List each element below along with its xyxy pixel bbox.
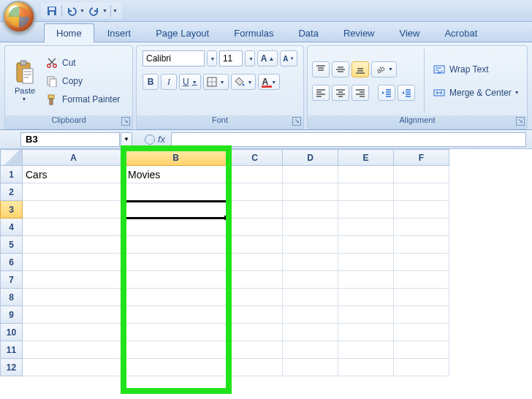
row-header-11[interactable]: 11 (1, 341, 23, 359)
cell-A4[interactable] (23, 218, 125, 236)
tab-view[interactable]: View (388, 24, 432, 42)
row-header-9[interactable]: 9 (1, 306, 23, 324)
cell-C7[interactable] (227, 271, 283, 289)
row-header-5[interactable]: 5 (1, 236, 23, 254)
cell-A7[interactable] (23, 271, 125, 289)
row-header-2[interactable]: 2 (1, 183, 23, 201)
tab-home[interactable]: Home (44, 23, 94, 42)
cell-F8[interactable] (394, 289, 449, 306)
cell-D6[interactable] (283, 254, 338, 271)
cell-E3[interactable] (338, 201, 394, 218)
name-box[interactable]: B3 ▼ (20, 132, 120, 147)
cell-B5[interactable] (125, 236, 227, 254)
increase-indent-button[interactable] (398, 85, 415, 101)
cell-B10[interactable] (125, 324, 227, 341)
tab-acrobat[interactable]: Acrobat (433, 24, 489, 42)
cut-button[interactable]: Cut (45, 55, 121, 71)
cell-D10[interactable] (283, 324, 338, 341)
cell-D4[interactable] (283, 218, 338, 236)
cell-C9[interactable] (227, 306, 283, 324)
name-box-dropdown-icon[interactable]: ▼ (121, 132, 132, 147)
paste-dropdown-icon[interactable]: ▼ (22, 96, 27, 102)
cell-B12[interactable] (125, 359, 227, 376)
font-color-button[interactable]: A ▼ (258, 74, 280, 90)
cell-A12[interactable] (23, 359, 125, 376)
row-header-3[interactable]: 3 (1, 201, 23, 218)
clipboard-launcher-icon[interactable]: ↘ (121, 117, 130, 126)
row-header-7[interactable]: 7 (1, 271, 23, 289)
insert-function-button[interactable]: fx (158, 134, 165, 145)
alignment-launcher-icon[interactable]: ↘ (516, 117, 525, 126)
column-header-B[interactable]: B (125, 150, 227, 166)
cell-D9[interactable] (283, 306, 338, 324)
cell-D1[interactable] (283, 166, 338, 183)
cell-E1[interactable] (338, 166, 394, 183)
shrink-font-button[interactable]: A▼ (280, 50, 297, 66)
cell-C4[interactable] (227, 218, 283, 236)
save-icon[interactable] (45, 4, 58, 18)
font-size-dropdown-icon[interactable]: ▼ (245, 50, 255, 66)
cell-F7[interactable] (394, 271, 449, 289)
column-header-A[interactable]: A (23, 150, 125, 166)
column-header-D[interactable]: D (283, 150, 338, 166)
align-center-button[interactable] (332, 85, 349, 101)
cell-F4[interactable] (394, 218, 449, 236)
font-name-select[interactable]: Calibri (142, 50, 205, 66)
column-header-F[interactable]: F (394, 150, 449, 166)
italic-button[interactable]: I (161, 74, 177, 90)
cell-E8[interactable] (338, 289, 394, 306)
borders-button[interactable]: ▼ (203, 74, 229, 90)
cell-A6[interactable] (23, 254, 125, 271)
cell-B8[interactable] (125, 289, 227, 306)
format-painter-button[interactable]: Format Painter (45, 91, 121, 107)
align-left-button[interactable] (312, 85, 330, 101)
cell-C8[interactable] (227, 289, 283, 306)
cell-D11[interactable] (283, 341, 338, 359)
bold-button[interactable]: B (142, 74, 159, 90)
align-bottom-button[interactable] (352, 61, 369, 77)
cell-F5[interactable] (394, 236, 449, 254)
cell-B4[interactable] (125, 218, 227, 236)
font-name-dropdown-icon[interactable]: ▼ (207, 50, 217, 66)
cell-D7[interactable] (283, 271, 338, 289)
cell-D3[interactable] (283, 201, 338, 218)
row-header-8[interactable]: 8 (1, 289, 23, 306)
underline-button[interactable]: U▼ (179, 74, 201, 90)
copy-button[interactable]: Copy (45, 73, 121, 89)
cell-A2[interactable] (23, 183, 125, 201)
cell-A8[interactable] (23, 289, 125, 306)
cell-A5[interactable] (23, 236, 125, 254)
cell-E2[interactable] (338, 183, 394, 201)
align-middle-button[interactable] (332, 61, 349, 77)
redo-dropdown-icon[interactable]: ▼ (102, 8, 107, 13)
cell-E11[interactable] (338, 341, 394, 359)
decrease-indent-button[interactable] (378, 85, 395, 101)
column-header-C[interactable]: C (227, 150, 283, 166)
cell-E10[interactable] (338, 324, 394, 341)
cell-E4[interactable] (338, 218, 394, 236)
row-header-1[interactable]: 1 (1, 166, 23, 183)
cell-F9[interactable] (394, 306, 449, 324)
font-size-select[interactable]: 11 (219, 50, 243, 66)
cell-B2[interactable] (125, 183, 227, 201)
row-header-6[interactable]: 6 (1, 254, 23, 271)
grow-font-button[interactable]: A▲ (257, 50, 277, 66)
merge-dropdown-icon[interactable]: ▼ (514, 90, 520, 95)
fill-color-button[interactable]: ▼ (231, 74, 256, 90)
cell-C3[interactable] (227, 201, 283, 218)
qat-customize-icon[interactable]: ▼ (113, 8, 118, 13)
cell-E12[interactable] (338, 359, 394, 376)
cell-C6[interactable] (227, 254, 283, 271)
tab-data[interactable]: Data (286, 24, 330, 42)
undo-dropdown-icon[interactable]: ▼ (80, 8, 85, 13)
align-top-button[interactable] (312, 61, 330, 77)
cell-A11[interactable] (23, 341, 125, 359)
cell-B9[interactable] (125, 306, 227, 324)
cell-A9[interactable] (23, 306, 125, 324)
formula-input[interactable] (171, 132, 526, 147)
tab-page-layout[interactable]: Page Layout (144, 24, 221, 42)
orientation-button[interactable]: ab▼ (371, 61, 397, 77)
cell-C2[interactable] (227, 183, 283, 201)
cell-D2[interactable] (283, 183, 338, 201)
cell-F2[interactable] (394, 183, 449, 201)
